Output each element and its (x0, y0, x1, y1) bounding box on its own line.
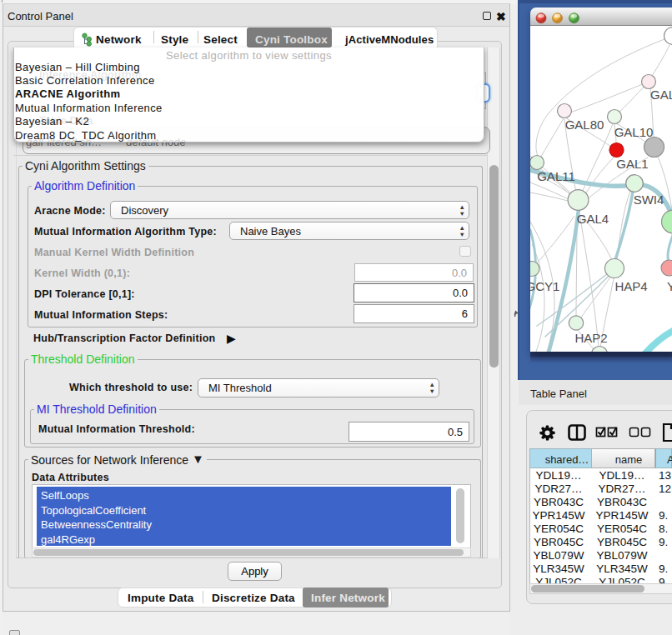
svg-text:GAL4: GAL4 (577, 212, 609, 226)
svg-text:GAL11: GAL11 (537, 169, 575, 183)
svg-text:SWI4: SWI4 (634, 192, 664, 207)
svg-text:GAL1: GAL1 (616, 157, 648, 171)
svg-text:Y: Y (667, 279, 672, 293)
svg-text:GCY1: GCY1 (530, 279, 559, 293)
svg-text:HAP4: HAP4 (614, 279, 647, 293)
svg-text:GAL10: GAL10 (614, 125, 654, 139)
svg-text:GAL: GAL (650, 88, 672, 102)
svg-text:HAP2: HAP2 (574, 331, 607, 345)
svg-text:GAL80: GAL80 (565, 118, 604, 132)
